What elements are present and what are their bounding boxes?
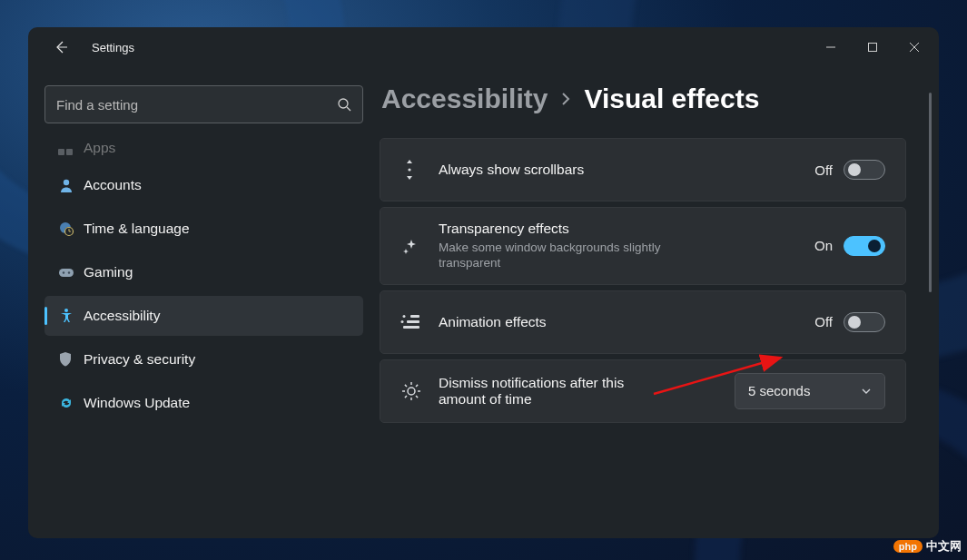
- sidebar-item-label: Apps: [84, 140, 115, 156]
- setting-desc: Make some window backgrounds slightly tr…: [439, 240, 675, 271]
- dismiss-time-dropdown[interactable]: 5 seconds: [735, 373, 885, 409]
- scroll-icon: [400, 158, 439, 182]
- svg-point-24: [408, 388, 415, 395]
- svg-line-29: [405, 384, 407, 386]
- svg-rect-21: [403, 326, 419, 329]
- sidebar-item-windows-update[interactable]: Windows Update: [44, 383, 363, 423]
- svg-line-5: [347, 107, 350, 111]
- toggle-label: On: [814, 238, 833, 253]
- svg-point-18: [408, 168, 410, 171]
- setting-transparency[interactable]: Transparency effects Make some window ba…: [380, 207, 906, 285]
- nav: Apps Accounts Time & language Gaming: [44, 131, 363, 538]
- svg-point-23: [401, 320, 404, 323]
- breadcrumb-current: Visual effects: [584, 84, 759, 114]
- svg-point-22: [403, 315, 406, 318]
- svg-line-31: [405, 396, 407, 398]
- sidebar-item-accounts[interactable]: Accounts: [44, 165, 363, 205]
- content-scrollbar[interactable]: [929, 93, 932, 292]
- svg-point-8: [64, 180, 69, 185]
- arrow-left-icon: [54, 40, 68, 54]
- setting-title: Transparency effects: [439, 221, 805, 237]
- sidebar-item-gaming[interactable]: Gaming: [44, 252, 363, 292]
- setting-dismiss-notifications[interactable]: Dismiss notifications after this amount …: [380, 359, 906, 423]
- svg-point-4: [339, 99, 348, 108]
- search-box[interactable]: [44, 85, 363, 123]
- svg-point-17: [64, 309, 68, 312]
- maximize-icon: [867, 42, 878, 53]
- gamepad-icon: [58, 266, 84, 279]
- setting-scrollbars[interactable]: Always show scrollbars Off: [380, 138, 906, 201]
- sidebar-item-label: Windows Update: [84, 395, 190, 411]
- sidebar-item-accessibility[interactable]: Accessibility: [44, 296, 363, 336]
- motion-list-icon: [400, 314, 439, 330]
- scrollbars-toggle[interactable]: [844, 160, 885, 180]
- maximize-button[interactable]: [852, 33, 893, 62]
- sidebar: Apps Accounts Time & language Gaming: [28, 67, 380, 538]
- svg-rect-14: [59, 269, 74, 277]
- window-controls: [810, 33, 935, 62]
- sync-icon: [58, 395, 84, 411]
- sidebar-item-label: Privacy & security: [84, 351, 195, 368]
- setting-animation[interactable]: Animation effects Off: [380, 290, 906, 354]
- content-pane: Accessibility Visual effects Always show…: [380, 67, 939, 538]
- search-icon: [337, 97, 351, 112]
- toggle-label: Off: [814, 162, 833, 178]
- brightness-icon: [400, 380, 439, 402]
- breadcrumb: Accessibility Visual effects: [380, 84, 939, 114]
- sidebar-item-label: Accessibility: [84, 308, 160, 324]
- watermark-text: 中文网: [926, 538, 962, 555]
- chevron-down-icon: [861, 386, 872, 397]
- svg-rect-7: [66, 149, 73, 155]
- svg-line-30: [416, 396, 418, 398]
- person-icon: [58, 177, 84, 193]
- settings-list: Always show scrollbars Off Transparency …: [380, 138, 939, 423]
- transparency-toggle[interactable]: [844, 236, 885, 256]
- chevron-right-icon: [560, 91, 571, 107]
- sidebar-item-time-language[interactable]: Time & language: [44, 209, 363, 249]
- settings-window: Settings Apps Accounts: [28, 27, 939, 538]
- watermark: php 中文网: [893, 538, 962, 555]
- accessibility-icon: [58, 308, 84, 324]
- svg-rect-20: [407, 320, 419, 323]
- setting-title: Dismiss notifications after this amount …: [439, 375, 656, 408]
- watermark-badge: php: [893, 540, 923, 553]
- svg-line-32: [416, 384, 418, 386]
- search-input[interactable]: [56, 97, 337, 113]
- sidebar-item-label: Accounts: [84, 177, 142, 193]
- svg-rect-6: [58, 149, 64, 155]
- titlebar: Settings: [28, 27, 939, 67]
- close-button[interactable]: [893, 33, 935, 62]
- sidebar-item-privacy-security[interactable]: Privacy & security: [44, 339, 363, 379]
- svg-point-15: [63, 271, 64, 273]
- clock-globe-icon: [58, 221, 84, 237]
- close-icon: [909, 42, 920, 53]
- svg-rect-1: [869, 44, 877, 52]
- app-title: Settings: [92, 41, 134, 54]
- minimize-icon: [825, 42, 836, 53]
- apps-icon: [58, 143, 84, 156]
- shield-icon: [58, 351, 84, 368]
- breadcrumb-parent[interactable]: Accessibility: [381, 84, 548, 114]
- setting-title: Animation effects: [439, 314, 805, 330]
- svg-point-16: [68, 271, 70, 273]
- toggle-label: Off: [814, 314, 833, 329]
- sparkle-icon: [400, 236, 439, 256]
- back-button[interactable]: [43, 29, 79, 65]
- minimize-button[interactable]: [810, 33, 852, 62]
- sidebar-item-label: Gaming: [84, 264, 133, 280]
- dropdown-value: 5 seconds: [748, 383, 810, 398]
- sidebar-item-apps[interactable]: Apps: [44, 134, 363, 162]
- sidebar-item-label: Time & language: [84, 221, 190, 237]
- animation-toggle[interactable]: [844, 312, 885, 332]
- setting-title: Always show scrollbars: [439, 162, 805, 178]
- svg-rect-19: [410, 315, 419, 318]
